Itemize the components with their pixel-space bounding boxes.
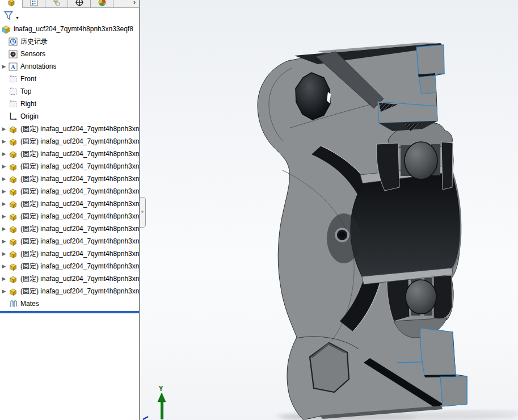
tree-item-front-plane[interactable]: Front	[0, 73, 139, 85]
configurationmanager-icon	[52, 0, 61, 7]
tree-item-component[interactable]: ▶(固定) inafag_ucf204_7qymt4h8pnh3xn33eqf8	[0, 185, 139, 198]
tab-appearances[interactable]	[91, 0, 113, 7]
part-icon	[8, 162, 18, 171]
tree-item-component[interactable]: ▶(固定) inafag_ucf204_7qymt4h8pnh3xn33eqf8	[0, 198, 139, 210]
tree-item-component[interactable]: ▶(固定) inafag_ucf204_7qymt4h8pnh3xn33eqf8	[0, 222, 139, 235]
tree-item-assembly-root[interactable]: inafag_ucf204_7qymt4h8pnh3xn33eqf8	[0, 23, 139, 35]
model-ball-bottom	[406, 280, 436, 314]
model-setscrew-hole	[339, 232, 346, 238]
component-label: (固定) inafag_ucf204_7qymt4h8pnh3xn33eqf8	[20, 174, 139, 184]
right-plane-label: Right	[20, 100, 36, 108]
expand-arrow-icon[interactable]: ▶	[0, 285, 8, 297]
sensors-label: Sensors	[20, 50, 45, 58]
tab-displaymanager[interactable]	[68, 0, 91, 7]
filter-dropdown-arrow[interactable]: ▼	[15, 16, 19, 20]
expand-arrow-icon[interactable]: ▶	[0, 260, 8, 272]
appearances-ball-icon	[98, 0, 107, 7]
tree-item-component[interactable]: ▶(固定) inafag_ucf204_7qymt4h8pnh3xn33eqf8	[0, 247, 139, 260]
component-label: (固定) inafag_ucf204_7qymt4h8pnh3xn33eqf8	[20, 237, 139, 246]
triad-y-arrowhead	[158, 393, 166, 402]
part-icon	[8, 274, 18, 284]
component-label: (固定) inafag_ucf204_7qymt4h8pnh3xn33eqf8	[20, 274, 139, 284]
expand-arrow-icon[interactable]: ▶	[0, 210, 8, 222]
component-label: (固定) inafag_ucf204_7qymt4h8pnh3xn33eqf8	[20, 162, 139, 171]
grip-dot-icon	[141, 211, 144, 213]
expand-arrow-icon[interactable]: ▶	[0, 222, 8, 235]
tree-item-top-plane[interactable]: Top	[0, 85, 139, 98]
tree-item-component[interactable]: ▶(固定) inafag_ucf204_7qymt4h8pnh3xn33eqf8	[0, 135, 139, 148]
mates-paperclip-icon	[8, 299, 18, 309]
part-icon	[8, 124, 18, 134]
tab-overflow-chevron[interactable]: ›	[133, 0, 136, 6]
expand-arrow-icon[interactable]: ▶	[0, 235, 8, 247]
expand-arrow-icon[interactable]: ▶	[0, 60, 8, 73]
expand-arrow-icon[interactable]: ▶	[0, 160, 8, 173]
top-plane-label: Top	[20, 87, 31, 95]
expand-arrow-icon[interactable]: ▶	[0, 247, 8, 260]
triad-z-axis-stub	[143, 417, 148, 419]
tab-configurationmanager[interactable]	[45, 0, 68, 7]
tree-item-history[interactable]: 历史记录	[0, 35, 139, 48]
tree-item-sensors[interactable]: Sensors	[0, 48, 139, 60]
model-cut-block-b[interactable]	[419, 75, 436, 94]
expand-arrow-icon[interactable]: ▶	[0, 135, 8, 148]
part-icon	[8, 262, 18, 271]
tree-item-component[interactable]: ▶(固定) inafag_ucf204_7qymt4h8pnh3xn33eqf8	[0, 148, 139, 160]
panel-splitter-handle[interactable]	[140, 197, 146, 228]
part-icon	[8, 149, 18, 159]
tree-item-annotations[interactable]: ▶ A Annotations	[0, 60, 139, 73]
tab-propertymanager[interactable]	[23, 0, 45, 7]
part-icon	[8, 199, 18, 209]
annotations-label: Annotations	[20, 62, 56, 70]
tree-splitter-bar[interactable]	[0, 311, 139, 313]
sensors-icon	[8, 49, 18, 59]
svg-text:A: A	[11, 63, 15, 70]
featuremanager-part-icon	[7, 0, 16, 7]
model-cut-block-c[interactable]	[420, 328, 456, 375]
component-label: (固定) inafag_ucf204_7qymt4h8pnh3xn33eqf8	[20, 249, 139, 259]
tree-item-origin[interactable]: Origin	[0, 110, 139, 123]
model-canvas: Y	[140, 0, 518, 420]
tree-item-component[interactable]: ▶(固定) inafag_ucf204_7qymt4h8pnh3xn33eqf8	[0, 160, 139, 173]
tree-item-component[interactable]: ▶(固定) inafag_ucf204_7qymt4h8pnh3xn33eqf8	[0, 260, 139, 272]
expand-arrow-icon[interactable]: ▶	[0, 272, 8, 285]
model-outer-ring-right	[441, 142, 453, 190]
component-label: (固定) inafag_ucf204_7qymt4h8pnh3xn33eqf8	[20, 137, 139, 146]
assembly-root-label: inafag_ucf204_7qymt4h8pnh3xn33eqf8	[14, 25, 133, 33]
component-label: (固定) inafag_ucf204_7qymt4h8pnh3xn33eqf8	[20, 262, 139, 271]
component-label: (固定) inafag_ucf204_7qymt4h8pnh3xn33eqf8	[20, 287, 139, 296]
tree-item-component[interactable]: ▶(固定) inafag_ucf204_7qymt4h8pnh3xn33eqf8	[0, 285, 139, 297]
tree-item-mates[interactable]: Mates	[0, 297, 139, 310]
history-icon	[8, 37, 18, 47]
expand-arrow-icon[interactable]: ▶	[0, 185, 8, 198]
component-label: (固定) inafag_ucf204_7qymt4h8pnh3xn33eqf8	[20, 124, 139, 134]
component-label: (固定) inafag_ucf204_7qymt4h8pnh3xn33eqf8	[20, 187, 139, 196]
tree-item-right-plane[interactable]: Right	[0, 98, 139, 110]
tree-item-component[interactable]: ▶(固定) inafag_ucf204_7qymt4h8pnh3xn33eqf8	[0, 210, 139, 222]
component-label: (固定) inafag_ucf204_7qymt4h8pnh3xn33eqf8	[20, 199, 139, 209]
panel-tab-bar: ›	[0, 0, 139, 8]
model-cut-block-d[interactable]	[440, 377, 467, 406]
displaymanager-target-icon	[75, 0, 84, 7]
part-icon	[8, 137, 18, 146]
filter-funnel-icon[interactable]	[3, 10, 14, 21]
annotations-icon: A	[8, 62, 18, 72]
expand-arrow-icon[interactable]: ▶	[0, 173, 8, 185]
part-icon	[8, 237, 18, 246]
model-cut-block-a[interactable]	[416, 45, 444, 76]
tree-item-component[interactable]: ▶(固定) inafag_ucf204_7qymt4h8pnh3xn33eqf8	[0, 123, 139, 135]
tree-item-component[interactable]: ▶(固定) inafag_ucf204_7qymt4h8pnh3xn33eqf8	[0, 173, 139, 185]
tree-item-component[interactable]: ▶(固定) inafag_ucf204_7qymt4h8pnh3xn33eqf8	[0, 235, 139, 247]
part-icon	[8, 187, 18, 196]
tab-featuremanager[interactable]	[0, 0, 23, 8]
history-label: 历史记录	[20, 37, 48, 47]
expand-arrow-icon[interactable]: ▶	[0, 123, 8, 135]
part-icon	[8, 224, 18, 234]
expand-arrow-icon[interactable]: ▶	[0, 148, 8, 160]
expand-arrow-icon[interactable]: ▶	[0, 198, 8, 210]
tree-item-component[interactable]: ▶(固定) inafag_ucf204_7qymt4h8pnh3xn33eqf8	[0, 272, 139, 285]
origin-icon	[8, 112, 18, 121]
plane-icon	[8, 74, 18, 84]
ucf204-bearing-model[interactable]	[258, 43, 467, 419]
graphics-viewport[interactable]: Y	[140, 0, 518, 420]
